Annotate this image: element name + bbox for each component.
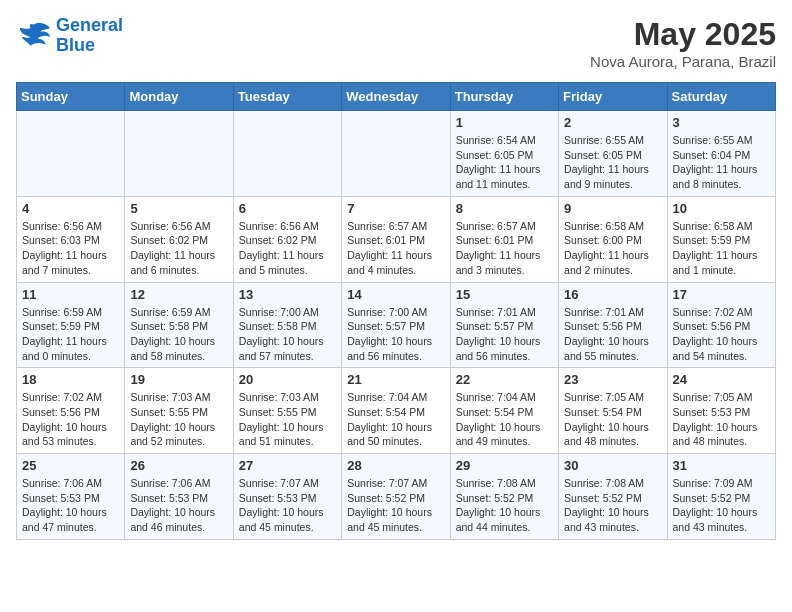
day-number: 7 [347,201,444,216]
title-block: May 2025 Nova Aurora, Parana, Brazil [590,16,776,70]
calendar-cell: 20Sunrise: 7:03 AMSunset: 5:55 PMDayligh… [233,368,341,454]
day-number: 22 [456,372,553,387]
day-number: 28 [347,458,444,473]
day-number: 2 [564,115,661,130]
day-number: 8 [456,201,553,216]
weekday-header-friday: Friday [559,83,667,111]
day-info: Sunrise: 7:01 AMSunset: 5:57 PMDaylight:… [456,305,553,364]
day-info: Sunrise: 7:03 AMSunset: 5:55 PMDaylight:… [239,390,336,449]
day-number: 15 [456,287,553,302]
day-number: 21 [347,372,444,387]
day-info: Sunrise: 7:09 AMSunset: 5:52 PMDaylight:… [673,476,770,535]
logo-text: General Blue [56,16,123,56]
calendar-cell [17,111,125,197]
month-title: May 2025 [590,16,776,53]
day-info: Sunrise: 7:05 AMSunset: 5:54 PMDaylight:… [564,390,661,449]
day-info: Sunrise: 7:02 AMSunset: 5:56 PMDaylight:… [673,305,770,364]
day-info: Sunrise: 6:58 AMSunset: 5:59 PMDaylight:… [673,219,770,278]
weekday-header-wednesday: Wednesday [342,83,450,111]
day-info: Sunrise: 6:59 AMSunset: 5:58 PMDaylight:… [130,305,227,364]
calendar-cell: 8Sunrise: 6:57 AMSunset: 6:01 PMDaylight… [450,196,558,282]
calendar-cell: 21Sunrise: 7:04 AMSunset: 5:54 PMDayligh… [342,368,450,454]
day-number: 14 [347,287,444,302]
calendar-cell: 25Sunrise: 7:06 AMSunset: 5:53 PMDayligh… [17,454,125,540]
calendar-cell: 12Sunrise: 6:59 AMSunset: 5:58 PMDayligh… [125,282,233,368]
day-number: 9 [564,201,661,216]
day-number: 6 [239,201,336,216]
calendar-cell: 29Sunrise: 7:08 AMSunset: 5:52 PMDayligh… [450,454,558,540]
day-number: 29 [456,458,553,473]
day-info: Sunrise: 6:54 AMSunset: 6:05 PMDaylight:… [456,133,553,192]
day-info: Sunrise: 7:01 AMSunset: 5:56 PMDaylight:… [564,305,661,364]
day-info: Sunrise: 7:03 AMSunset: 5:55 PMDaylight:… [130,390,227,449]
calendar-cell: 15Sunrise: 7:01 AMSunset: 5:57 PMDayligh… [450,282,558,368]
day-number: 19 [130,372,227,387]
day-info: Sunrise: 7:00 AMSunset: 5:57 PMDaylight:… [347,305,444,364]
day-info: Sunrise: 7:05 AMSunset: 5:53 PMDaylight:… [673,390,770,449]
day-info: Sunrise: 6:56 AMSunset: 6:02 PMDaylight:… [130,219,227,278]
calendar-cell: 2Sunrise: 6:55 AMSunset: 6:05 PMDaylight… [559,111,667,197]
weekday-header-monday: Monday [125,83,233,111]
calendar-cell: 28Sunrise: 7:07 AMSunset: 5:52 PMDayligh… [342,454,450,540]
day-info: Sunrise: 6:55 AMSunset: 6:04 PMDaylight:… [673,133,770,192]
calendar-cell: 22Sunrise: 7:04 AMSunset: 5:54 PMDayligh… [450,368,558,454]
day-info: Sunrise: 7:07 AMSunset: 5:53 PMDaylight:… [239,476,336,535]
day-number: 26 [130,458,227,473]
weekday-header-thursday: Thursday [450,83,558,111]
calendar-cell: 4Sunrise: 6:56 AMSunset: 6:03 PMDaylight… [17,196,125,282]
logo-icon [16,21,52,51]
calendar-cell: 24Sunrise: 7:05 AMSunset: 5:53 PMDayligh… [667,368,775,454]
calendar-cell: 17Sunrise: 7:02 AMSunset: 5:56 PMDayligh… [667,282,775,368]
day-info: Sunrise: 6:57 AMSunset: 6:01 PMDaylight:… [347,219,444,278]
day-number: 18 [22,372,119,387]
day-number: 1 [456,115,553,130]
day-number: 10 [673,201,770,216]
calendar-cell: 13Sunrise: 7:00 AMSunset: 5:58 PMDayligh… [233,282,341,368]
calendar-cell: 11Sunrise: 6:59 AMSunset: 5:59 PMDayligh… [17,282,125,368]
day-number: 13 [239,287,336,302]
day-info: Sunrise: 7:04 AMSunset: 5:54 PMDaylight:… [347,390,444,449]
day-info: Sunrise: 6:56 AMSunset: 6:02 PMDaylight:… [239,219,336,278]
day-info: Sunrise: 6:59 AMSunset: 5:59 PMDaylight:… [22,305,119,364]
weekday-header-row: SundayMondayTuesdayWednesdayThursdayFrid… [17,83,776,111]
day-number: 16 [564,287,661,302]
calendar-cell: 10Sunrise: 6:58 AMSunset: 5:59 PMDayligh… [667,196,775,282]
calendar-cell: 5Sunrise: 6:56 AMSunset: 6:02 PMDaylight… [125,196,233,282]
weekday-header-sunday: Sunday [17,83,125,111]
day-info: Sunrise: 6:58 AMSunset: 6:00 PMDaylight:… [564,219,661,278]
day-number: 20 [239,372,336,387]
logo: General Blue [16,16,123,56]
day-info: Sunrise: 6:57 AMSunset: 6:01 PMDaylight:… [456,219,553,278]
calendar-cell: 30Sunrise: 7:08 AMSunset: 5:52 PMDayligh… [559,454,667,540]
calendar-cell: 7Sunrise: 6:57 AMSunset: 6:01 PMDaylight… [342,196,450,282]
calendar-cell: 23Sunrise: 7:05 AMSunset: 5:54 PMDayligh… [559,368,667,454]
calendar-cell: 16Sunrise: 7:01 AMSunset: 5:56 PMDayligh… [559,282,667,368]
weekday-header-tuesday: Tuesday [233,83,341,111]
calendar-week-1: 1Sunrise: 6:54 AMSunset: 6:05 PMDaylight… [17,111,776,197]
day-info: Sunrise: 7:00 AMSunset: 5:58 PMDaylight:… [239,305,336,364]
weekday-header-saturday: Saturday [667,83,775,111]
calendar-cell: 26Sunrise: 7:06 AMSunset: 5:53 PMDayligh… [125,454,233,540]
day-number: 23 [564,372,661,387]
day-number: 31 [673,458,770,473]
calendar-week-3: 11Sunrise: 6:59 AMSunset: 5:59 PMDayligh… [17,282,776,368]
day-info: Sunrise: 7:06 AMSunset: 5:53 PMDaylight:… [130,476,227,535]
calendar-cell: 14Sunrise: 7:00 AMSunset: 5:57 PMDayligh… [342,282,450,368]
calendar-week-2: 4Sunrise: 6:56 AMSunset: 6:03 PMDaylight… [17,196,776,282]
location: Nova Aurora, Parana, Brazil [590,53,776,70]
day-number: 5 [130,201,227,216]
calendar-cell: 19Sunrise: 7:03 AMSunset: 5:55 PMDayligh… [125,368,233,454]
calendar-cell: 6Sunrise: 6:56 AMSunset: 6:02 PMDaylight… [233,196,341,282]
page-header: General Blue May 2025 Nova Aurora, Paran… [16,16,776,70]
day-info: Sunrise: 7:02 AMSunset: 5:56 PMDaylight:… [22,390,119,449]
day-number: 24 [673,372,770,387]
day-number: 30 [564,458,661,473]
calendar-week-4: 18Sunrise: 7:02 AMSunset: 5:56 PMDayligh… [17,368,776,454]
calendar-table: SundayMondayTuesdayWednesdayThursdayFrid… [16,82,776,540]
day-number: 17 [673,287,770,302]
calendar-cell: 1Sunrise: 6:54 AMSunset: 6:05 PMDaylight… [450,111,558,197]
calendar-cell: 31Sunrise: 7:09 AMSunset: 5:52 PMDayligh… [667,454,775,540]
calendar-cell: 3Sunrise: 6:55 AMSunset: 6:04 PMDaylight… [667,111,775,197]
day-info: Sunrise: 6:55 AMSunset: 6:05 PMDaylight:… [564,133,661,192]
day-number: 3 [673,115,770,130]
